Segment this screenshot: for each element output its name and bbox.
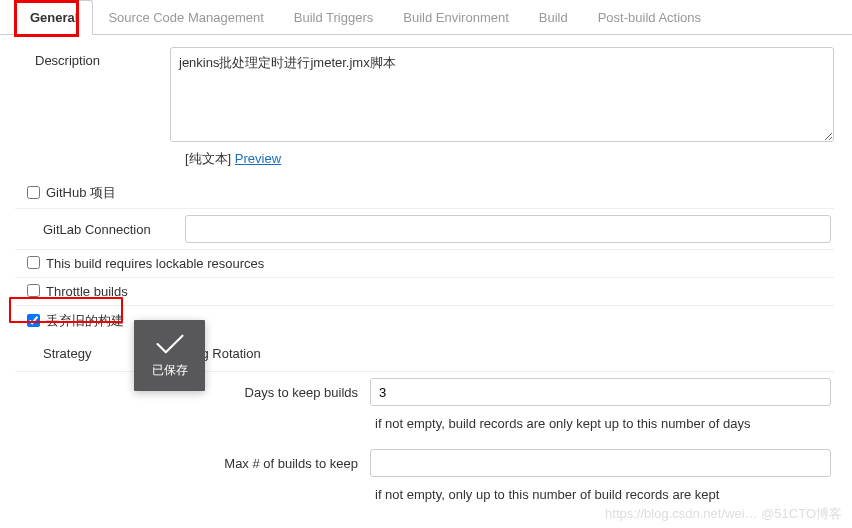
gitlab-connection-label: GitLab Connection xyxy=(43,222,185,237)
days-to-keep-label: Days to keep builds xyxy=(185,385,370,400)
tab-build-triggers[interactable]: Build Triggers xyxy=(279,0,388,35)
tab-build-environment[interactable]: Build Environment xyxy=(388,0,524,35)
lockable-resources-checkbox[interactable] xyxy=(27,256,40,269)
max-builds-input[interactable] xyxy=(370,449,831,477)
general-pane: Description [纯文本] Preview GitHub 项目 GitL… xyxy=(0,35,852,526)
plain-text-label: [纯文本] xyxy=(185,151,235,166)
preview-link[interactable]: Preview xyxy=(235,151,281,166)
tab-general[interactable]: General xyxy=(15,0,93,35)
max-builds-hint: if not empty, only up to this number of … xyxy=(15,481,834,514)
saved-toast: 已保存 xyxy=(134,320,205,391)
tab-scm[interactable]: Source Code Management xyxy=(93,0,278,35)
description-preview-row: [纯文本] Preview xyxy=(185,150,834,168)
github-project-checkbox[interactable] xyxy=(27,186,40,199)
days-to-keep-hint: if not empty, build records are only kep… xyxy=(15,410,834,443)
checkmark-icon xyxy=(155,332,185,356)
discard-old-builds-label: 丢弃旧的构建 xyxy=(46,312,124,330)
max-builds-label: Max # of builds to keep xyxy=(185,456,370,471)
throttle-builds-label: Throttle builds xyxy=(46,284,128,299)
days-to-keep-input[interactable] xyxy=(370,378,831,406)
throttle-builds-checkbox[interactable] xyxy=(27,284,40,297)
github-project-label: GitHub 项目 xyxy=(46,184,116,202)
discard-old-builds-checkbox[interactable] xyxy=(27,314,40,327)
tab-build[interactable]: Build xyxy=(524,0,583,35)
lockable-resources-label: This build requires lockable resources xyxy=(46,256,264,271)
strategy-value[interactable]: Log Rotation xyxy=(185,338,831,369)
config-tabs: General Source Code Management Build Tri… xyxy=(0,0,852,35)
description-textarea[interactable] xyxy=(170,47,834,142)
description-label: Description xyxy=(15,47,170,71)
tab-post-build[interactable]: Post-build Actions xyxy=(583,0,716,35)
saved-toast-text: 已保存 xyxy=(152,362,188,379)
gitlab-connection-input[interactable] xyxy=(185,215,831,243)
